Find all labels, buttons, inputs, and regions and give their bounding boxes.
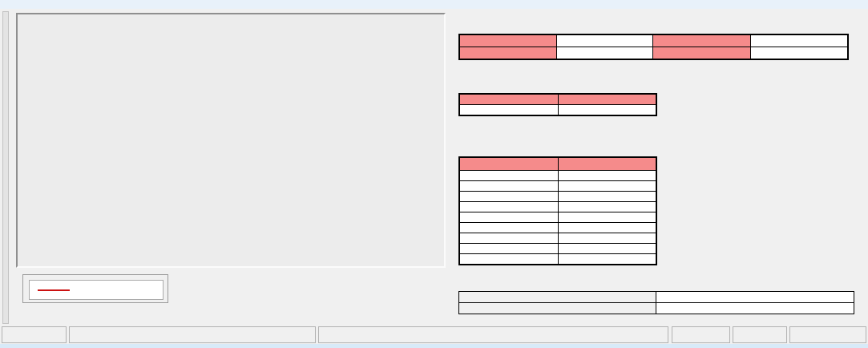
shear-rate-cell (459, 254, 558, 265)
legend-box (22, 274, 168, 303)
patient-value-cell (558, 244, 656, 254)
shear-rate-cell (459, 212, 558, 223)
legend-entry (29, 280, 164, 300)
date-time-test-value (656, 292, 854, 303)
patient-value-cell (558, 171, 656, 181)
diastolic-header (558, 94, 656, 105)
patient-value-cell (558, 254, 656, 265)
table-row (459, 303, 854, 314)
table-row (459, 94, 656, 105)
sex-label (652, 34, 750, 47)
table-row (459, 181, 656, 192)
bottom-strip (0, 344, 868, 348)
statusbar-research-notice (69, 326, 316, 343)
facility-id-value (556, 47, 652, 60)
shear-rate-cell (459, 181, 558, 192)
patient-value-cell (558, 192, 656, 202)
age-value (750, 47, 848, 60)
date-time-test-label (459, 292, 656, 303)
table-row (459, 292, 854, 303)
table-header-row (459, 157, 656, 171)
shear-rate-cell (459, 171, 558, 181)
shear-rate-cell (459, 233, 558, 244)
patient-id-label (459, 34, 556, 47)
table-row (459, 171, 656, 181)
table-row (459, 34, 848, 47)
viscosity-chart (18, 14, 444, 266)
statusbar-date (733, 326, 787, 343)
patient-value-cell (558, 181, 656, 192)
diastolic-value (558, 105, 656, 116)
table-row (459, 244, 656, 254)
patient-id-value (556, 34, 652, 47)
table-row (459, 47, 848, 60)
viscosity-chart-panel (16, 13, 446, 268)
legend-line-swatch (38, 289, 70, 291)
patient-value-cell (558, 233, 656, 244)
shear-rate-cell (459, 223, 558, 233)
shear-rate-cell (459, 244, 558, 254)
shear-rate-cell (459, 192, 558, 202)
statusbar-app-name (2, 326, 67, 343)
shear-rate-cell (459, 202, 558, 212)
blood-viscosity-table (458, 93, 657, 116)
table-row (459, 202, 656, 212)
table-row (459, 192, 656, 202)
sex-value (750, 34, 848, 47)
left-splitter-strip (2, 11, 9, 324)
facility-id-label (459, 47, 556, 60)
systolic-header (459, 94, 558, 105)
disposable-tube-id-label (459, 303, 656, 314)
shear-rate-header (459, 157, 558, 171)
statusbar-record-info (318, 326, 668, 343)
top-strip (0, 0, 868, 9)
patient-value-cell (558, 202, 656, 212)
hemovister-report-window: { "colors": { "section_title": "#8B0000"… (0, 0, 868, 348)
statusbar-spare-panel (672, 326, 730, 343)
test-file-information-table (458, 291, 854, 314)
table-row (459, 105, 656, 116)
age-label (652, 47, 750, 60)
systolic-value (459, 105, 558, 116)
table-row (459, 233, 656, 244)
statusbar-time (789, 326, 866, 343)
subject-identification-table (458, 34, 849, 60)
table-row (459, 223, 656, 233)
table-row (459, 254, 656, 265)
disposable-tube-id-value (656, 303, 854, 314)
patient-value-cell (558, 223, 656, 233)
table-row (459, 212, 656, 223)
patient-cp-header (558, 157, 656, 171)
patient-value-cell (558, 212, 656, 223)
shear-viscosity-table (458, 156, 657, 265)
